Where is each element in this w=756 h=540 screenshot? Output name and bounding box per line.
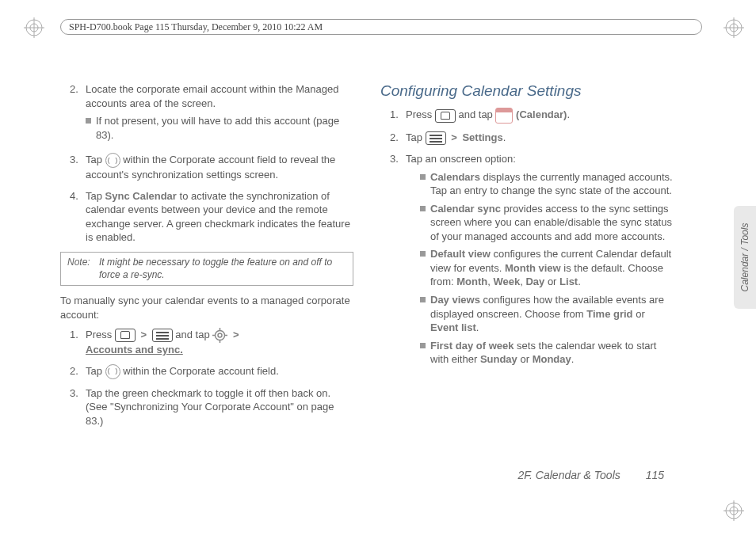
note-text: It might be necessary to toggle the feat…	[99, 257, 346, 281]
note-label: Note:	[67, 257, 99, 281]
step-text: Press	[86, 329, 115, 340]
home-icon	[115, 329, 136, 342]
option-name: Calendars	[430, 171, 480, 183]
step-3: 3. Tap within the Corporate account fiel…	[60, 153, 353, 182]
manual-step-2: 2. Tap within the Corporate account fiel…	[60, 364, 353, 379]
left-column: 2. Locate the corporate email account wi…	[60, 82, 353, 435]
link-text: Accounts and sync.	[86, 344, 183, 356]
option-name: Default view	[430, 248, 491, 260]
menu-icon	[426, 131, 446, 145]
page-header: SPH-D700.book Page 115 Thursday, Decembe…	[60, 19, 702, 35]
step-number: 1.	[70, 328, 86, 357]
chevron-right-icon: >	[233, 329, 239, 340]
bullet-icon	[420, 343, 426, 348]
choice: Event list	[430, 321, 476, 333]
section-heading: Configuring Calendar Settings	[380, 82, 674, 100]
home-icon	[435, 109, 456, 123]
side-tab-label: Calendar / Tools	[739, 223, 750, 292]
page-footer: 2F. Calendar & Tools 115	[518, 469, 664, 481]
choice: Sunday	[480, 353, 517, 365]
bullet-icon	[420, 206, 426, 211]
step-2: 2. Locate the corporate email account wi…	[60, 82, 353, 146]
bullet-icon	[420, 174, 426, 180]
step-text: within the Corporate account field.	[123, 365, 279, 377]
registration-mark-icon	[724, 17, 744, 38]
step-text: Tap	[86, 190, 105, 202]
bullet-icon	[420, 251, 426, 257]
registration-mark-icon	[24, 17, 44, 38]
manual-step-3: 3. Tap the green checkmark to toggle it …	[60, 386, 353, 428]
step-text: and tap	[175, 329, 212, 340]
step-number: 3.	[390, 152, 406, 371]
bullet-text: If not present, you will have to add thi…	[96, 114, 353, 142]
step-number: 2.	[70, 364, 86, 379]
choice: Day	[525, 276, 544, 287]
option-name: First day of week	[430, 340, 514, 352]
step-number: 4.	[70, 189, 86, 245]
menu-icon	[152, 329, 173, 342]
section-side-tab: Calendar / Tools	[734, 206, 756, 309]
bullet-icon	[86, 118, 91, 124]
bold-label: (Calendar)	[516, 108, 567, 120]
bold-label: Sync Calendar	[105, 190, 177, 202]
step-text: and tap	[458, 108, 495, 120]
choice: Week	[493, 276, 520, 287]
step-text: Tap the green checkmark to toggle it off…	[86, 386, 353, 428]
option-name: Calendar sync	[430, 203, 501, 215]
bullet-icon	[420, 297, 426, 302]
page-number: 115	[646, 469, 664, 481]
step-number: 1.	[390, 108, 406, 124]
step-text: within the Corporate account field to re…	[86, 154, 335, 181]
chevron-right-icon: >	[140, 329, 147, 340]
sync-icon	[105, 364, 120, 379]
footer-section: 2F. Calendar & Tools	[518, 469, 620, 481]
step-text: Tap	[86, 154, 105, 165]
option-name: Day views	[430, 294, 480, 306]
manual-step-1: 1. Press > and tap > Accounts and sync.	[60, 328, 353, 357]
step-text: Locate the corporate email account withi…	[86, 83, 338, 109]
step-number: 3.	[70, 153, 86, 182]
header-text: SPH-D700.book Page 115 Thursday, Decembe…	[69, 21, 323, 33]
calendar-icon	[495, 108, 513, 124]
bold-label: Month view	[505, 262, 561, 274]
paragraph: To manually sync your calendar events to…	[60, 294, 353, 321]
choice: Month	[456, 276, 487, 287]
config-step-1: 1. Press and tap (Calendar).	[380, 108, 674, 124]
config-step-3: 3. Tap an onscreen option: Calendars dis…	[380, 152, 674, 371]
page-body: 2. Locate the corporate email account wi…	[60, 48, 702, 507]
step-text: Tap	[406, 131, 426, 143]
bold-label: Settings	[462, 131, 502, 143]
svg-point-13	[218, 333, 222, 337]
right-column: Configuring Calendar Settings 1. Press a…	[380, 82, 674, 435]
step-number: 3.	[70, 386, 86, 428]
step-number: 2.	[390, 131, 406, 145]
choice: Time grid	[586, 308, 632, 320]
step-text: Tap	[86, 365, 105, 377]
step-4: 4. Tap Sync Calendar to activate the syn…	[60, 189, 353, 245]
gear-icon	[212, 328, 227, 343]
choice: Monday	[533, 353, 571, 365]
step-text: Press	[406, 108, 435, 120]
chevron-right-icon: >	[451, 131, 457, 143]
config-step-2: 2. Tap > Settings.	[380, 131, 674, 145]
registration-mark-icon	[724, 500, 744, 521]
sync-icon	[105, 153, 120, 168]
step-number: 2.	[70, 82, 86, 146]
note-box: Note: It might be necessary to toggle th…	[60, 252, 353, 286]
choice: List	[559, 276, 578, 287]
step-text: Tap an onscreen option:	[406, 153, 516, 165]
svg-point-12	[216, 331, 225, 340]
